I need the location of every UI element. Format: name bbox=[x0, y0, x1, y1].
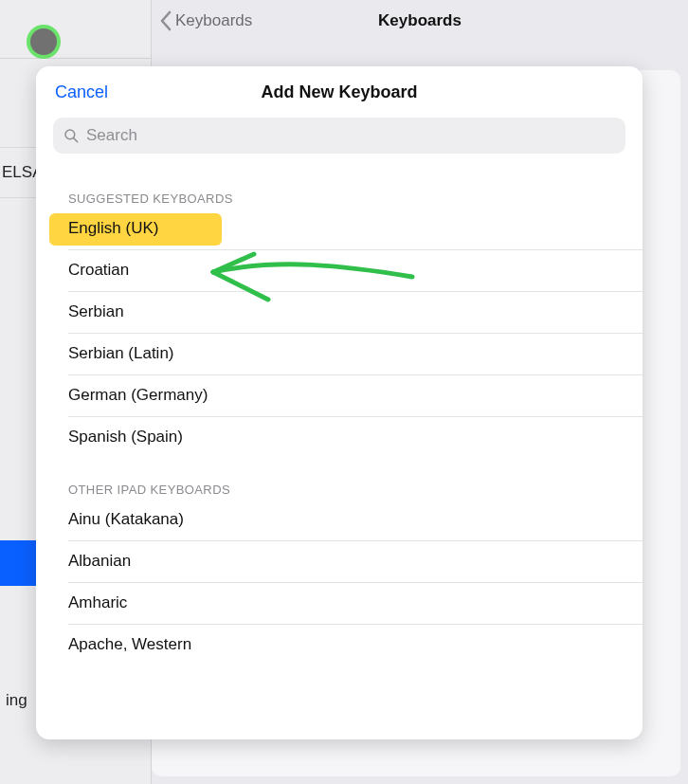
svg-line-1 bbox=[74, 138, 78, 142]
keyboard-label: Apache, Western bbox=[68, 635, 191, 654]
keyboard-label: Albanian bbox=[68, 552, 131, 571]
keyboard-row-serbian-latin[interactable]: Serbian (Latin) bbox=[36, 333, 643, 374]
keyboard-label: Amharic bbox=[68, 593, 127, 612]
keyboard-label: Croatian bbox=[68, 261, 129, 280]
other-keyboards-list: Ainu (Katakana) Albanian Amharic Apache,… bbox=[36, 504, 643, 665]
keyboard-row-english-uk[interactable]: English (UK) bbox=[36, 213, 643, 249]
back-label: Keyboards bbox=[175, 11, 252, 30]
section-header-suggested: SUGGESTED KEYBOARDS bbox=[36, 163, 643, 213]
keyboard-label: English (UK) bbox=[68, 219, 158, 238]
keyboard-label: Serbian (Latin) bbox=[68, 344, 174, 363]
keyboard-label: Serbian bbox=[68, 302, 124, 321]
back-button[interactable]: Keyboards bbox=[159, 10, 252, 31]
keyboard-row-german[interactable]: German (Germany) bbox=[36, 374, 643, 416]
suggested-keyboards-list: English (UK) Croatian Serbian Serbian (L… bbox=[36, 213, 643, 458]
search-field[interactable] bbox=[53, 118, 625, 154]
keyboard-row-ainu[interactable]: Ainu (Katakana) bbox=[36, 504, 643, 540]
keyboard-row-albanian[interactable]: Albanian bbox=[36, 540, 643, 582]
keyboard-row-spanish[interactable]: Spanish (Spain) bbox=[36, 416, 643, 458]
section-header-other: OTHER IPAD KEYBOARDS bbox=[36, 458, 643, 504]
cancel-button[interactable]: Cancel bbox=[55, 66, 108, 118]
annotation-cursor-dot bbox=[30, 28, 57, 55]
search-icon bbox=[63, 127, 80, 144]
background-navbar: Keyboards Keyboards bbox=[152, 0, 688, 42]
keyboard-label: German (Germany) bbox=[68, 386, 208, 405]
keyboard-row-amharic[interactable]: Amharic bbox=[36, 582, 643, 624]
keyboard-row-serbian[interactable]: Serbian bbox=[36, 291, 643, 333]
add-keyboard-sheet: Cancel Add New Keyboard SUGGESTED KEYBOA… bbox=[36, 66, 643, 739]
sheet-header: Cancel Add New Keyboard bbox=[36, 66, 643, 118]
search-input[interactable] bbox=[86, 126, 616, 145]
sheet-title: Add New Keyboard bbox=[261, 82, 417, 102]
chevron-left-icon bbox=[159, 10, 172, 31]
keyboard-row-apache-western[interactable]: Apache, Western bbox=[36, 624, 643, 665]
keyboard-label: Ainu (Katakana) bbox=[68, 510, 184, 529]
keyboard-label: Spanish (Spain) bbox=[68, 428, 183, 447]
keyboard-row-croatian[interactable]: Croatian bbox=[36, 249, 643, 291]
